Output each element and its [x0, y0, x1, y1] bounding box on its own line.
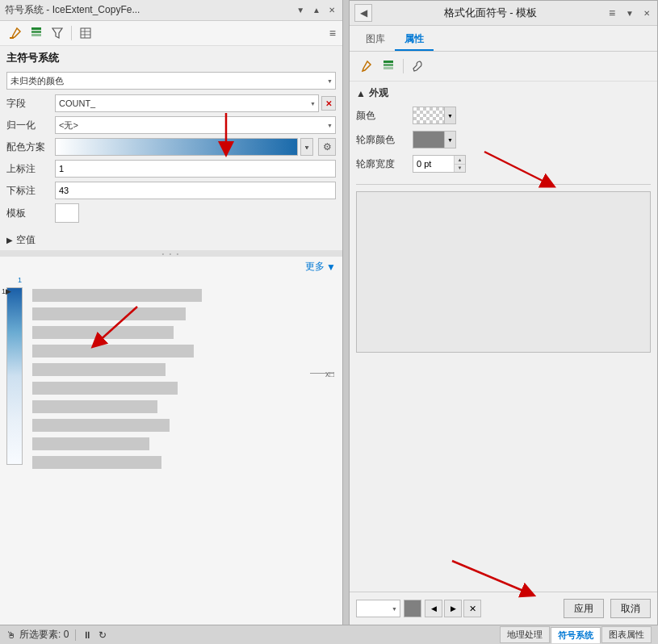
outline-width-label: 轮廓宽度 — [356, 157, 413, 171]
chart-bar-row-1 — [32, 306, 336, 322]
layers-icon[interactable] — [27, 24, 45, 42]
preview-area — [356, 191, 651, 353]
outline-width-control: ▲ ▼ — [413, 155, 466, 173]
chart-bar-1 — [32, 307, 186, 320]
zoom-select[interactable]: 100% — [356, 600, 400, 617]
back-button[interactable]: ◀ — [354, 4, 372, 22]
upper-input[interactable] — [55, 160, 336, 178]
left-toolbar-menu[interactable]: ≡ — [329, 27, 336, 40]
color-row: 颜色 ▼ — [356, 107, 651, 124]
right-pin-button[interactable]: ▼ — [623, 8, 636, 19]
outline-width-input[interactable] — [413, 156, 454, 172]
pencil-icon[interactable] — [356, 56, 375, 76]
outline-color-label: 轮廓颜色 — [356, 133, 413, 147]
status-select-count: 🖱 所选要素: 0 — [6, 628, 69, 642]
field-clear-btn[interactable]: ✕ — [321, 96, 336, 111]
status-tab-chart[interactable]: 图表属性 — [601, 626, 652, 643]
left-panel-title: 符号系统 - IceExtent_CopyFe... — [5, 3, 140, 17]
svg-rect-0 — [10, 37, 14, 39]
chart-bar-row-5 — [32, 380, 336, 396]
chart-bar-8 — [32, 437, 149, 450]
upper-label: 上标注 — [6, 162, 55, 176]
right-separator — [356, 184, 651, 185]
chart-bars: x□ — [32, 276, 336, 470]
normalize-select[interactable]: <无> — [55, 116, 336, 134]
template-swatch[interactable] — [55, 203, 79, 223]
svg-marker-4 — [52, 28, 62, 38]
drag-handle[interactable]: • • • — [0, 250, 342, 257]
color-dropdown-btn[interactable]: ▼ — [445, 107, 456, 124]
status-tabs: 地理处理 符号系统 图表属性 — [500, 626, 652, 643]
right-bottom-bar: 100% ◀ ▶ ✕ 应用 取消 — [350, 592, 657, 625]
form-area: 未归类的颜色 字段 COUNT_ ✕ 归一化 <无> — [0, 69, 342, 230]
color-swatch[interactable] — [413, 107, 445, 124]
svg-rect-9 — [383, 61, 393, 63]
template-control — [55, 203, 336, 223]
color-label: 颜色 — [356, 109, 413, 123]
refresh-icon[interactable]: ↻ — [98, 629, 107, 641]
outline-width-row: 轮廓宽度 ▲ ▼ — [356, 155, 651, 173]
svg-rect-11 — [383, 67, 393, 69]
view-color-btn[interactable] — [404, 600, 421, 617]
right-panel-title: 格式化面符号 - 模板 — [377, 6, 604, 20]
field-select[interactable]: COUNT_ — [55, 94, 319, 112]
more-btn[interactable]: 更多 ▼ — [305, 260, 336, 274]
null-arrow: ▶ — [6, 236, 13, 245]
right-close-button[interactable]: ✕ — [641, 8, 652, 19]
tab-properties[interactable]: 属性 — [395, 29, 434, 51]
left-panel: 符号系统 - IceExtent_CopyFe... ▼ ▲ ✕ ≡ 主符号系统 — [0, 0, 343, 644]
view-tool-cross[interactable]: ✕ — [463, 600, 481, 617]
chart-bar-7 — [32, 419, 170, 432]
chart-bar-row-3 — [32, 343, 336, 359]
rt-layers-icon[interactable] — [379, 56, 398, 76]
hamburger-icon[interactable]: ≡ — [609, 6, 615, 19]
pause-icon[interactable]: ⏸ — [82, 629, 92, 641]
tab-library[interactable]: 图库 — [356, 29, 395, 51]
zoom-select-wrap: 100% — [356, 600, 400, 617]
brush-icon[interactable] — [6, 24, 24, 42]
chart-container: 1 1▶ x□ — [6, 276, 336, 641]
outline-color-swatch[interactable] — [413, 131, 445, 148]
close-button[interactable]: ✕ — [326, 5, 337, 15]
status-tab-geoprocessing[interactable]: 地理处理 — [500, 626, 550, 643]
apply-button[interactable]: 应用 — [564, 599, 604, 618]
chart-bar-5 — [32, 382, 178, 395]
unclassified-select[interactable]: 未归类的颜色 — [6, 72, 336, 90]
cancel-button[interactable]: 取消 — [610, 599, 651, 618]
lower-label: 下标注 — [6, 184, 55, 198]
left-titlebar: 符号系统 - IceExtent_CopyFe... ▼ ▲ ✕ — [0, 0, 342, 21]
chart-bar-row-0 — [32, 287, 336, 303]
null-collapsible[interactable]: ▶ 空值 — [0, 230, 342, 250]
spin-up-btn[interactable]: ▲ — [455, 156, 465, 165]
gear-btn[interactable]: ⚙ — [318, 138, 336, 156]
float-button[interactable]: ▲ — [310, 5, 323, 15]
rt-separator — [403, 59, 404, 73]
chart-bar-0 — [32, 289, 202, 302]
appearance-title: ▲ 外观 — [356, 86, 651, 100]
chart-bar-row-6 — [32, 399, 336, 415]
chart-bar-row-9 — [32, 454, 336, 470]
svg-rect-2 — [31, 34, 41, 36]
chart-top-label: 1 — [18, 276, 22, 284]
wrench-icon[interactable] — [409, 56, 428, 76]
status-tab-symbols[interactable]: 符号系统 — [551, 627, 601, 643]
field-select-wrap: COUNT_ — [55, 94, 319, 112]
filter-icon[interactable] — [48, 24, 66, 42]
spin-down-btn[interactable]: ▼ — [455, 165, 465, 173]
chart-bar-row-4 — [32, 362, 336, 378]
lower-input[interactable] — [55, 182, 336, 199]
appearance-label: 外观 — [369, 86, 388, 100]
lower-label-row: 下标注 — [6, 182, 336, 199]
color-bar[interactable] — [55, 138, 298, 156]
table-icon[interactable] — [77, 24, 94, 42]
chart-bar-row-2 — [32, 324, 336, 341]
toolbar-sep — [71, 26, 72, 40]
view-tool-left[interactable]: ◀ — [425, 600, 442, 617]
pin-button[interactable]: ▼ — [294, 5, 307, 15]
template-label: 模板 — [6, 207, 55, 220]
upper-label-row: 上标注 — [6, 160, 336, 178]
template-row: 模板 — [6, 203, 336, 223]
unclassified-select-wrap: 未归类的颜色 — [6, 72, 336, 90]
view-tool-right[interactable]: ▶ — [444, 600, 462, 617]
outline-color-dropdown-btn[interactable]: ▼ — [445, 131, 456, 148]
